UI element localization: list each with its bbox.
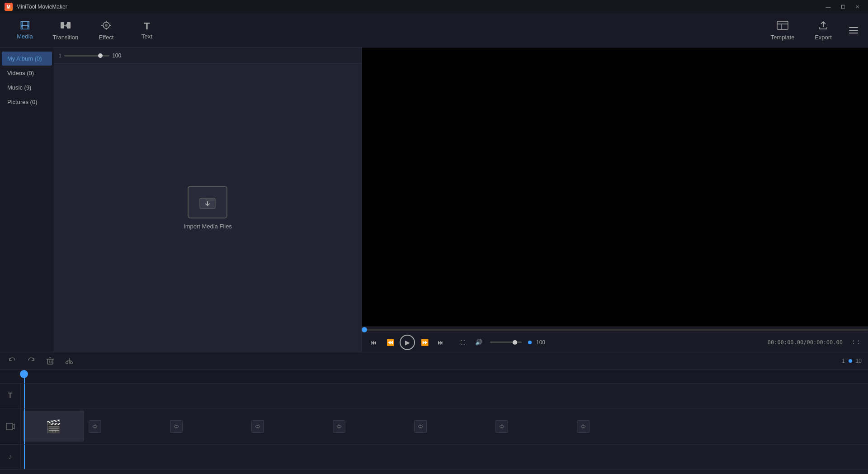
scrubber-thumb <box>362 327 367 332</box>
text-track-icon: T <box>8 392 13 400</box>
effect-label: Effect <box>99 34 113 41</box>
timeline-tracks: T 🎬 <box>0 384 868 474</box>
transition-slot-4[interactable] <box>333 420 345 433</box>
current-time: 00:00:00.00 <box>768 339 803 346</box>
media-top-bar: 1 100 <box>54 47 361 64</box>
clip-film-icon: 🎬 <box>46 419 61 434</box>
export-label: Export <box>815 34 832 41</box>
audio-track-row: ♪ <box>0 445 868 469</box>
zoom-label: 1 <box>59 53 61 58</box>
transition-slot-7[interactable] <box>577 420 590 433</box>
scale-dot <box>849 359 852 363</box>
redo-button[interactable] <box>25 355 37 367</box>
skip-forward-button[interactable]: ⏭ <box>434 336 448 349</box>
svg-rect-0 <box>61 22 64 28</box>
audio-track-label: ♪ <box>0 445 21 469</box>
svg-point-4 <box>105 24 108 27</box>
svg-rect-15 <box>47 359 53 364</box>
video-clip[interactable]: 🎬 <box>23 411 84 441</box>
text-track-label: T <box>0 384 21 408</box>
import-icon-box <box>188 186 227 218</box>
video-track-content: 🎬 <box>21 408 868 444</box>
volume-thumb <box>513 340 517 345</box>
fullscreen-button[interactable]: ⛶ <box>456 336 469 349</box>
volume-button[interactable]: 🔊 <box>472 336 486 349</box>
sidebar: My Album (0) Videos (0) Music (9) Pictur… <box>0 47 54 352</box>
svg-rect-9 <box>777 21 788 29</box>
playhead-head <box>20 370 28 378</box>
media-content: Import Media Files <box>54 64 361 352</box>
toolbar-template[interactable]: Template <box>762 14 803 46</box>
transition-slot-5[interactable] <box>414 420 427 433</box>
scale-end: 10 <box>856 358 862 364</box>
preview-scrubber[interactable] <box>362 327 868 332</box>
video-track-row: 🎬 <box>0 408 868 445</box>
transition-icon <box>60 20 71 32</box>
import-media-button[interactable]: Import Media Files <box>184 186 232 230</box>
svg-rect-24 <box>6 423 13 430</box>
import-folder-icon <box>199 194 216 210</box>
media-label: Media <box>17 33 33 40</box>
playhead-line-audio <box>24 445 25 469</box>
settings-button[interactable]: ⋮⋮ <box>849 336 863 349</box>
app-icon: M <box>5 3 13 11</box>
toolbar-media[interactable]: 🎞 Media <box>5 14 45 46</box>
toolbar: 🎞 Media Transition Effect T <box>0 14 868 47</box>
transition-slot-6[interactable] <box>495 420 508 433</box>
app-info: M MiniTool MovieMaker <box>5 3 67 11</box>
video-track-icon <box>6 422 15 431</box>
cut-button[interactable] <box>63 355 75 367</box>
playhead-line-video <box>24 408 25 444</box>
undo-button[interactable] <box>6 355 18 367</box>
scrubber-track <box>362 329 868 331</box>
timeline-ruler <box>0 370 868 384</box>
toolbar-right: Template Export <box>762 14 863 46</box>
template-label: Template <box>771 34 795 41</box>
zoom-slider[interactable] <box>64 55 109 57</box>
transition-slot-2[interactable] <box>170 420 183 433</box>
total-time: 00:00:00.00 <box>807 339 843 346</box>
import-label: Import Media Files <box>184 223 232 230</box>
svg-point-22 <box>66 362 68 364</box>
toolbar-transition[interactable]: Transition <box>45 14 86 46</box>
zoom-control: 1 100 <box>59 52 121 59</box>
play-button[interactable]: ▶ <box>400 335 415 350</box>
text-icon: T <box>144 21 150 31</box>
zoom-value: 100 <box>112 52 121 59</box>
template-icon <box>777 20 788 32</box>
delete-button[interactable] <box>44 355 56 367</box>
sidebar-item-videos[interactable]: Videos (0) <box>2 66 52 80</box>
title-bar: M MiniTool MovieMaker — ⧠ ✕ <box>0 0 868 14</box>
text-track-row: T <box>0 384 868 408</box>
transition-label: Transition <box>53 34 79 41</box>
sidebar-item-pictures[interactable]: Pictures (0) <box>2 95 52 109</box>
audio-track-icon: ♪ <box>9 453 12 461</box>
volume-value: 100 <box>536 339 545 346</box>
transition-slot-1[interactable] <box>89 420 101 433</box>
hamburger-menu[interactable] <box>844 20 863 40</box>
scale-start: 1 <box>842 358 845 364</box>
toolbar-export[interactable]: Export <box>803 14 844 46</box>
step-forward-button[interactable]: ⏩ <box>418 336 431 349</box>
preview-video <box>362 47 868 327</box>
close-button[interactable]: ✕ <box>851 2 863 11</box>
app-title: MiniTool MovieMaker <box>16 4 67 10</box>
bottom-controls: 1 10 <box>0 352 868 370</box>
toolbar-effect[interactable]: Effect <box>86 14 127 46</box>
text-label: Text <box>142 33 152 40</box>
media-panel: 1 100 Import Media Files <box>54 47 362 352</box>
step-back-button[interactable]: ⏪ <box>383 336 397 349</box>
svg-point-23 <box>71 362 73 364</box>
restore-button[interactable]: ⧠ <box>836 2 849 11</box>
sidebar-item-my-album[interactable]: My Album (0) <box>2 52 52 66</box>
effect-icon <box>101 20 112 32</box>
main-area: My Album (0) Videos (0) Music (9) Pictur… <box>0 47 868 352</box>
minimize-button[interactable]: — <box>822 2 835 11</box>
sidebar-item-music[interactable]: Music (9) <box>2 81 52 95</box>
skip-back-button[interactable]: ⏮ <box>367 336 381 349</box>
toolbar-text[interactable]: T Text <box>127 14 167 46</box>
window-controls: — ⧠ ✕ <box>822 2 863 11</box>
transition-slot-3[interactable] <box>251 420 264 433</box>
preview-controls: ⏮ ⏪ ▶ ⏩ ⏭ ⛶ 🔊 100 00:00:00.00/00:00:00.0… <box>362 332 868 352</box>
volume-slider[interactable] <box>490 341 522 343</box>
